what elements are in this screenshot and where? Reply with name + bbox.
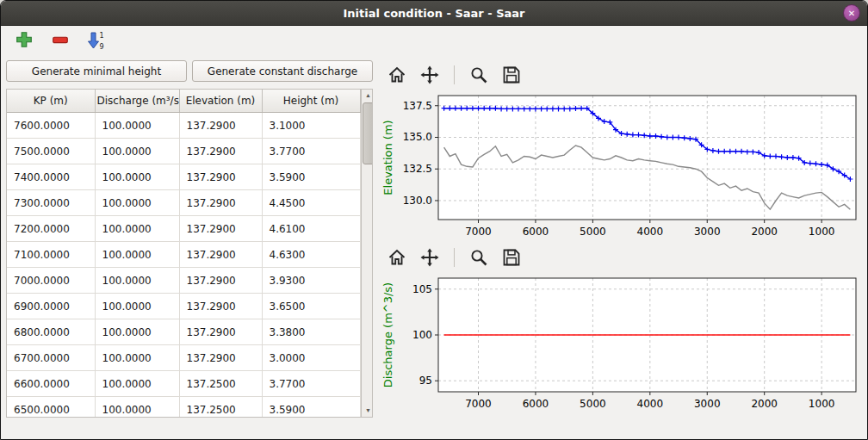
table-cell[interactable]: 3.5900 xyxy=(262,164,360,190)
table-cell[interactable]: 100.0000 xyxy=(95,371,179,397)
titlebar[interactable]: Initial condition - Saar - Saar ✕ xyxy=(1,1,867,26)
svg-text:6000: 6000 xyxy=(523,226,549,238)
table-cell[interactable]: 137.2900 xyxy=(179,113,262,139)
table-cell[interactable]: 3.9300 xyxy=(262,268,360,294)
table-cell[interactable]: 6900.0000 xyxy=(7,294,95,319)
table-cell[interactable]: 100.0000 xyxy=(95,268,179,294)
table-cell[interactable]: 7200.0000 xyxy=(7,216,95,242)
table-cell[interactable]: 137.2900 xyxy=(179,345,262,371)
table-cell[interactable]: 100.0000 xyxy=(95,397,179,418)
table-cell[interactable]: 100.0000 xyxy=(95,319,179,345)
table-cell[interactable]: 137.2500 xyxy=(179,371,262,397)
column-header: Elevation (m) xyxy=(179,90,262,113)
scrollbar-track[interactable] xyxy=(362,102,374,405)
toolbar-separator xyxy=(454,65,455,84)
svg-text:1000: 1000 xyxy=(809,398,835,410)
table-cell[interactable]: 137.2900 xyxy=(179,139,262,164)
generate-minimal-height-button[interactable]: Generate minimal height xyxy=(6,60,187,82)
table-cell[interactable]: 100.0000 xyxy=(95,190,179,216)
table-cell[interactable]: 3.1000 xyxy=(262,113,360,139)
table-cell[interactable]: 7400.0000 xyxy=(7,164,95,190)
table-cell[interactable]: 3.6500 xyxy=(262,294,360,319)
magnifier-icon xyxy=(468,65,489,85)
home-icon xyxy=(387,65,407,85)
table-cell[interactable]: 100.0000 xyxy=(95,294,179,319)
table-cell[interactable]: 137.2900 xyxy=(179,268,262,294)
table-cell[interactable]: 4.6300 xyxy=(262,242,360,268)
remove-row-button[interactable] xyxy=(49,29,71,52)
table-row: 7000.0000100.0000137.29003.9300 xyxy=(7,268,360,294)
discharge-chart[interactable]: 700060005000400030002000100095100105Disc… xyxy=(378,272,864,415)
table-row: 7100.0000100.0000137.29004.6300 xyxy=(7,242,360,268)
table-row: 6900.0000100.0000137.29003.6500 xyxy=(7,294,360,319)
elevation-chart[interactable]: 7000600050004000300020001000130.0132.513… xyxy=(378,90,864,243)
svg-text:1000: 1000 xyxy=(809,226,835,238)
table-cell[interactable]: 3.7700 xyxy=(262,371,360,397)
svg-text:2000: 2000 xyxy=(751,226,778,238)
table-cell[interactable]: 7500.0000 xyxy=(7,139,95,164)
svg-text:Elevation (m): Elevation (m) xyxy=(381,120,394,195)
svg-text:130.0: 130.0 xyxy=(403,195,432,207)
table-cell[interactable]: 3.3800 xyxy=(262,319,360,345)
table-cell[interactable]: 137.2900 xyxy=(179,190,262,216)
zoom-button[interactable] xyxy=(467,63,491,87)
table-row: 6700.0000100.0000137.29003.0000 xyxy=(7,345,360,371)
table-row: 7600.0000100.0000137.29003.1000 xyxy=(7,113,360,139)
svg-text:135.0: 135.0 xyxy=(403,131,432,143)
right-panel: 7000600050004000300020001000130.0132.513… xyxy=(378,60,864,415)
svg-text:137.5: 137.5 xyxy=(403,100,432,112)
table-row: 7300.0000100.0000137.29004.4500 xyxy=(7,190,360,216)
table-cell[interactable]: 4.4500 xyxy=(262,190,360,216)
svg-text:3000: 3000 xyxy=(694,226,721,238)
table-cell[interactable]: 6800.0000 xyxy=(7,319,95,345)
column-header: Discharge (m³/s) xyxy=(95,90,179,113)
table-cell[interactable]: 137.2500 xyxy=(179,397,262,418)
table-cell[interactable]: 137.2900 xyxy=(179,216,262,242)
add-row-button[interactable] xyxy=(13,29,35,52)
scrollbar-thumb[interactable] xyxy=(363,102,374,164)
table-row: 7400.0000100.0000137.29003.5900 xyxy=(7,164,360,190)
table-cell[interactable]: 7300.0000 xyxy=(7,190,95,216)
table-cell[interactable]: 6700.0000 xyxy=(7,345,95,371)
table-cell[interactable]: 3.7700 xyxy=(262,139,360,164)
svg-text:3000: 3000 xyxy=(694,398,721,410)
table-cell[interactable]: 7000.0000 xyxy=(7,268,95,294)
table-cell[interactable]: 100.0000 xyxy=(95,164,179,190)
toolbar-separator xyxy=(454,248,455,267)
pan-button[interactable] xyxy=(418,245,442,270)
table-cell[interactable]: 7600.0000 xyxy=(7,113,95,139)
generate-buttons-row: Generate minimal height Generate constan… xyxy=(6,60,373,82)
zoom-button[interactable] xyxy=(467,245,491,270)
sort-rows-button[interactable]: 1 9 xyxy=(85,29,108,52)
scroll-up-button[interactable]: ▲ xyxy=(362,90,374,102)
svg-text:Discharge (m^3/s): Discharge (m^3/s) xyxy=(381,282,394,387)
table-row: 7500.0000100.0000137.29003.7700 xyxy=(7,139,360,164)
close-button[interactable]: ✕ xyxy=(843,4,860,22)
table-cell[interactable]: 3.5900 xyxy=(262,397,360,418)
table-cell[interactable]: 100.0000 xyxy=(95,113,179,139)
table-cell[interactable]: 137.2900 xyxy=(179,294,262,319)
svg-text:100: 100 xyxy=(412,329,432,341)
table-cell[interactable]: 137.2900 xyxy=(179,164,262,190)
generate-constant-discharge-button[interactable]: Generate constant discharge xyxy=(192,60,373,82)
table-cell[interactable]: 3.0000 xyxy=(262,345,360,371)
save-figure-button[interactable] xyxy=(499,63,524,87)
table-header-row: KP (m)Discharge (m³/s)Elevation (m)Heigh… xyxy=(7,90,360,113)
table-cell[interactable]: 137.2900 xyxy=(179,319,262,345)
pan-button[interactable] xyxy=(418,63,442,87)
scroll-down-button[interactable]: ▼ xyxy=(362,405,374,417)
table-cell[interactable]: 100.0000 xyxy=(95,216,179,242)
table-cell[interactable]: 6600.0000 xyxy=(7,371,95,397)
table-cell[interactable]: 100.0000 xyxy=(95,242,179,268)
table-cell[interactable]: 100.0000 xyxy=(95,139,179,164)
table-cell[interactable]: 6500.0000 xyxy=(7,397,95,418)
table-cell[interactable]: 4.6100 xyxy=(262,216,360,242)
table-scrollbar[interactable]: ▲ ▼ xyxy=(361,90,374,417)
table-cell[interactable]: 100.0000 xyxy=(95,345,179,371)
table-cell[interactable]: 137.2900 xyxy=(179,242,262,268)
home-button[interactable] xyxy=(385,245,409,270)
svg-text:2000: 2000 xyxy=(751,398,778,410)
table-cell[interactable]: 7100.0000 xyxy=(7,242,95,268)
save-figure-button[interactable] xyxy=(499,245,524,270)
home-button[interactable] xyxy=(385,63,409,87)
